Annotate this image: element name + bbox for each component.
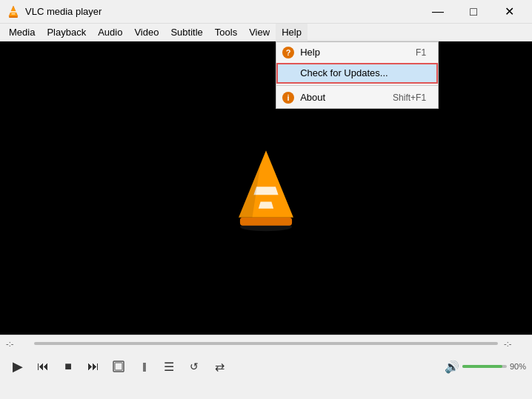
video-area[interactable] xyxy=(0,41,532,335)
volume-label: 90% xyxy=(510,362,526,371)
random-button[interactable]: ⇄ xyxy=(207,355,231,378)
menu-item-help[interactable]: Help ? Help F1 Check for Updates... xyxy=(276,24,307,41)
help-shortcut: F1 xyxy=(416,47,426,58)
about-shortcut: Shift+F1 xyxy=(393,93,426,103)
menu-item-subtitle[interactable]: Subtitle xyxy=(164,24,208,41)
frame-button[interactable] xyxy=(107,355,130,378)
help-divider xyxy=(276,85,438,86)
close-button[interactable]: ✕ xyxy=(492,0,526,24)
title-bar: VLC media player — □ ✕ xyxy=(0,0,532,24)
menu-bar: Media Playback Audio Video Subtitle Tool… xyxy=(0,24,532,41)
menu-item-audio[interactable]: Audio xyxy=(92,24,128,41)
menu-item-video[interactable]: Video xyxy=(128,24,164,41)
about-label: About xyxy=(300,92,325,103)
menu-item-playback[interactable]: Playback xyxy=(41,24,92,41)
title-bar-left: VLC media player xyxy=(6,4,102,19)
volume-fill xyxy=(462,365,502,368)
controls-bar: -:- -:- ▶ ⏮ ■ ⏭ ||| ☰ ↺ ⇄ 🔊 90% xyxy=(0,335,532,399)
stop-button[interactable]: ■ xyxy=(56,355,80,378)
frame-icon xyxy=(112,360,125,373)
vlc-cone xyxy=(222,144,310,232)
menu-item-media[interactable]: Media xyxy=(3,24,41,41)
svg-rect-1 xyxy=(9,16,18,18)
menu-item-tools[interactable]: Tools xyxy=(209,24,243,41)
help-dropdown: ? Help F1 Check for Updates... i About xyxy=(276,41,439,109)
svg-rect-5 xyxy=(240,218,292,226)
app-icon xyxy=(6,4,21,19)
loop-button[interactable]: ↺ xyxy=(182,355,206,378)
volume-area: 🔊 90% xyxy=(445,360,526,374)
volume-track[interactable] xyxy=(462,365,507,368)
svg-rect-11 xyxy=(115,363,122,370)
progress-area: -:- -:- xyxy=(0,335,532,352)
svg-marker-8 xyxy=(259,201,273,208)
svg-marker-7 xyxy=(253,187,278,195)
time-right: -:- xyxy=(504,339,526,348)
volume-icon: 🔊 xyxy=(445,360,459,374)
dropdown-item-check-updates[interactable]: Check for Updates... xyxy=(276,63,438,84)
dropdown-item-about[interactable]: i About Shift+F1 xyxy=(276,87,438,108)
title-bar-controls: — □ ✕ xyxy=(421,0,526,24)
maximize-button[interactable]: □ xyxy=(456,0,491,24)
prev-button[interactable]: ⏮ xyxy=(31,355,55,378)
svg-rect-3 xyxy=(12,13,16,15)
next-button[interactable]: ⏭ xyxy=(82,355,105,378)
minimize-button[interactable]: — xyxy=(421,0,455,24)
play-button[interactable]: ▶ xyxy=(6,355,30,378)
help-icon: ? xyxy=(282,47,294,58)
time-left: -:- xyxy=(6,339,28,348)
button-row: ▶ ⏮ ■ ⏭ ||| ☰ ↺ ⇄ 🔊 90% xyxy=(0,352,532,381)
extended-button[interactable]: ||| xyxy=(132,355,156,378)
dropdown-item-help[interactable]: ? Help F1 xyxy=(276,42,438,63)
check-updates-label: Check for Updates... xyxy=(300,67,388,78)
progress-track[interactable] xyxy=(34,342,498,345)
about-icon: i xyxy=(282,92,294,104)
svg-rect-2 xyxy=(10,11,16,13)
menu-item-view[interactable]: View xyxy=(243,24,276,41)
playlist-button[interactable]: ☰ xyxy=(157,355,181,378)
app-title: VLC media player xyxy=(25,6,102,17)
help-label: Help xyxy=(300,47,320,58)
